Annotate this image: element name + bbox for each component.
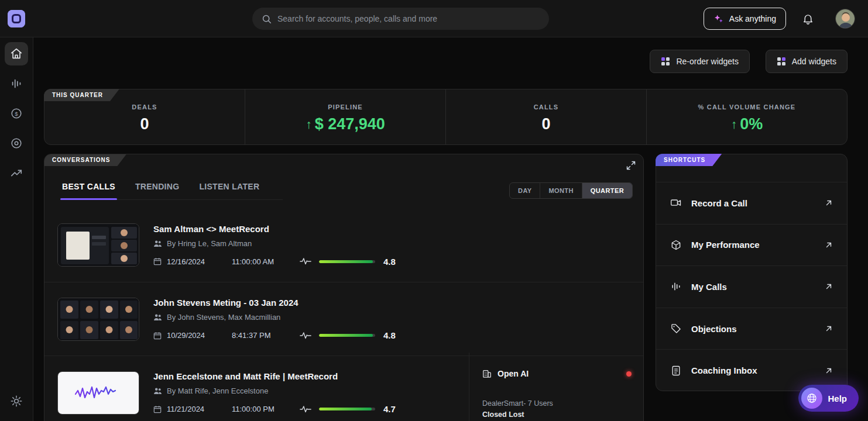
arrow-up-right-icon <box>825 282 833 291</box>
expand-icon[interactable] <box>626 161 636 170</box>
ask-anything-button[interactable]: Ask anything <box>704 8 786 30</box>
period-day[interactable]: DAY <box>510 183 540 198</box>
globe-icon <box>806 392 818 404</box>
call-time: 11:00:00 PM <box>232 405 300 413</box>
arrow-up-right-icon <box>825 199 833 207</box>
call-thumbnail[interactable] <box>57 298 139 341</box>
call-date: 12/16/2024 <box>167 257 205 266</box>
score-bar <box>319 408 375 410</box>
tab-trending[interactable]: TRENDING <box>135 182 180 199</box>
shortcut-label: Objections <box>691 324 737 334</box>
grid-plus-icon <box>777 57 786 66</box>
video-camera-icon <box>670 197 682 209</box>
help-button[interactable]: Help <box>798 385 859 412</box>
shortcut-my-calls[interactable]: My Calls <box>656 265 847 308</box>
shortcut-my-performance[interactable]: My Performance <box>656 224 847 266</box>
call-meta: 11/21/2024 11:00:00 PM 4.7 <box>153 404 469 414</box>
call-meta: 10/29/2024 8:41:37 PM 4.8 <box>153 330 469 340</box>
conversations-tabs: BEST CALLS TRENDING LISTEN LATER <box>62 182 283 200</box>
top-bar: Ask anything <box>0 0 868 37</box>
stat-call-volume-change: % CALL VOLUME CHANGE ↑0% <box>646 89 847 144</box>
score-bar-fill <box>319 334 373 337</box>
sidebar-item-analytics[interactable] <box>5 161 28 185</box>
tab-listen-later[interactable]: LISTEN LATER <box>199 182 259 199</box>
stat-value: 0 <box>446 115 646 133</box>
shortcut-label: My Calls <box>691 282 727 292</box>
user-avatar[interactable] <box>835 9 855 29</box>
app-logo[interactable] <box>8 10 25 27</box>
add-widgets-label: Add widgets <box>792 57 836 66</box>
account-name-row[interactable]: Open AI <box>482 369 632 378</box>
call-title[interactable]: John Stevens Meting - 03 Jan 2024 <box>153 298 469 308</box>
call-row[interactable]: Jenn Eccelstone and Matt Rife | MeetReco… <box>44 356 643 421</box>
shortcuts-list: Record a Call My Performance My Calls Ob… <box>656 182 847 391</box>
shortcut-label: Record a Call <box>691 198 747 208</box>
call-info: John Stevens Meting - 03 Jan 2024 By Joh… <box>153 298 469 340</box>
this-quarter-badge: THIS QUARTER <box>44 89 119 101</box>
call-time: 8:41:37 PM <box>232 331 300 340</box>
search-input[interactable] <box>277 14 540 23</box>
call-info: Sam Altman <> MeetRecord By Hring Le, Sa… <box>153 224 469 267</box>
call-info: Jenn Eccelstone and Matt Rife | MeetReco… <box>153 371 469 414</box>
pulse-icon <box>300 257 311 266</box>
period-month[interactable]: MONTH <box>540 183 581 198</box>
call-title[interactable]: Sam Altman <> MeetRecord <box>153 224 469 234</box>
meetrecord-logo-icon <box>8 10 25 27</box>
arrow-up-right-icon <box>825 241 833 249</box>
conversations-card: CONVERSATIONS BEST CALLS TRENDING LISTEN… <box>44 154 644 421</box>
arrow-up-right-icon <box>825 367 833 375</box>
call-date-group: 11/21/2024 <box>153 405 232 413</box>
up-arrow-icon: ↑ <box>306 118 312 131</box>
cube-icon <box>670 239 682 251</box>
equalizer-icon <box>10 77 23 90</box>
score-bar-fill <box>319 408 372 410</box>
call-time: 11:00:00 AM <box>232 257 300 266</box>
shortcuts-card: SHORTCUTS Record a Call My Performance M… <box>656 154 848 391</box>
score-bar <box>319 260 375 263</box>
period-quarter[interactable]: QUARTER <box>582 183 632 198</box>
shortcut-objections[interactable]: Objections <box>656 308 847 350</box>
pulse-icon <box>300 405 311 414</box>
call-date: 11/21/2024 <box>167 405 204 413</box>
svg-text:$: $ <box>15 111 18 117</box>
sidebar-item-calls[interactable] <box>5 72 28 95</box>
call-participants-text: By John Stevens, Max Macmillian <box>167 313 280 322</box>
sidebar-item-home[interactable] <box>5 42 28 65</box>
call-row[interactable]: John Stevens Meting - 03 Jan 2024 By Joh… <box>44 282 643 356</box>
period-segmented-control: DAY MONTH QUARTER <box>509 182 633 199</box>
call-participants-text: By Matt Rife, Jenn Eccelstone <box>167 387 268 395</box>
tab-best-calls[interactable]: BEST CALLS <box>62 182 115 199</box>
pulse-icon <box>300 331 311 340</box>
call-date-group: 12/16/2024 <box>153 257 232 266</box>
account-name: Open AI <box>498 369 529 378</box>
people-icon <box>153 240 162 247</box>
call-title[interactable]: Jenn Eccelstone and Matt Rife | MeetReco… <box>153 371 469 381</box>
call-thumbnail[interactable] <box>57 371 139 415</box>
call-thumbnail[interactable] <box>57 223 139 267</box>
call-score: 4.8 <box>383 330 396 340</box>
sidebar-item-accounts[interactable] <box>5 132 28 155</box>
status-dot <box>626 371 632 377</box>
call-participants: By John Stevens, Max Macmillian <box>153 313 469 322</box>
reorder-widgets-button[interactable]: Re-order widgets <box>650 50 750 73</box>
sidebar-nav: $ <box>0 37 33 421</box>
arrow-up-right-icon <box>825 325 833 333</box>
grid-icon <box>661 57 670 66</box>
reorder-widgets-label: Re-order widgets <box>676 57 739 66</box>
call-participants-text: By Hring Le, Sam Altman <box>167 239 252 248</box>
stat-label: DEALS <box>44 103 245 111</box>
sidebar-item-deals[interactable]: $ <box>5 102 28 125</box>
call-row[interactable]: Sam Altman <> MeetRecord By Hring Le, Sa… <box>44 208 643 282</box>
shortcut-record-a-call[interactable]: Record a Call <box>656 182 847 224</box>
add-widgets-button[interactable]: Add widgets <box>766 50 848 73</box>
sidebar-item-settings[interactable] <box>5 389 28 413</box>
call-participants: By Matt Rife, Jenn Eccelstone <box>153 387 469 395</box>
notifications-bell-icon[interactable] <box>802 12 814 25</box>
help-label: Help <box>828 394 847 403</box>
stats-card: THIS QUARTER DEALS 0 PIPELINE ↑$ 247,940… <box>44 89 848 145</box>
stat-pipeline: PIPELINE ↑$ 247,940 <box>245 89 445 144</box>
calendar-icon <box>153 332 162 340</box>
account-status: Closed Lost <box>482 410 632 419</box>
dollar-circle-icon: $ <box>10 107 23 120</box>
search-icon <box>262 14 272 24</box>
